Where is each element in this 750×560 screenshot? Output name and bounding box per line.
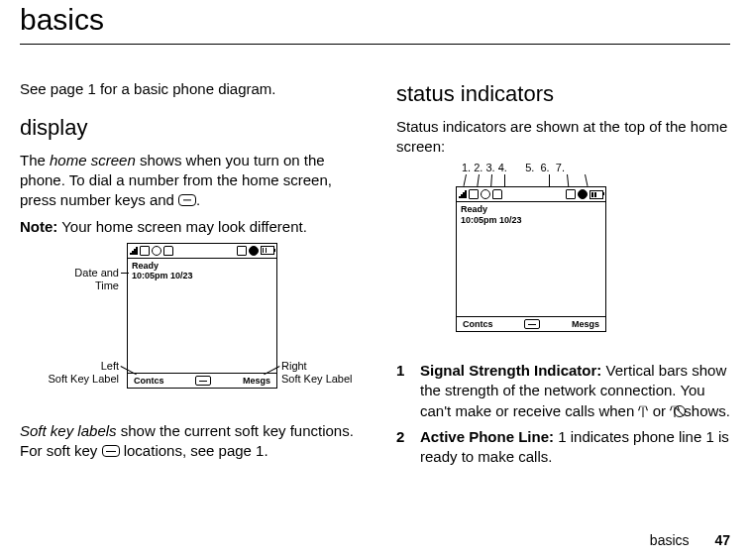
center-key-icon [524, 319, 540, 329]
list-item-2: 2 Active Phone Line: 1 indicates phone l… [396, 427, 733, 468]
screen-text: Ready 10:05pm 10/23 [461, 204, 522, 225]
status-right-icons [566, 189, 603, 199]
note-paragraph: Note: Your home screen may look differen… [20, 217, 357, 237]
screen-text: Ready 10:05pm 10/23 [132, 261, 193, 281]
status-right-icons [237, 246, 274, 256]
status-bar [128, 244, 276, 259]
battery-icon [261, 246, 274, 255]
txt: The [20, 152, 50, 168]
soft-key-bar: Contcs Mesgs [128, 373, 276, 388]
heading-status: status indicators [396, 79, 733, 109]
list-number: 1 [396, 361, 420, 421]
legend-tick [567, 174, 569, 186]
status-icon [140, 246, 150, 256]
status-icon [481, 189, 490, 199]
page-title: basics [20, 0, 104, 41]
screen-ready: Ready [132, 261, 193, 271]
home-screen-term: home screen [50, 152, 136, 168]
display-figure: Ready 10:05pm 10/23 Contcs Mesgs Date an… [20, 243, 357, 411]
status-left-icons [459, 189, 502, 199]
status-intro: Status indicators are shown at the top o… [396, 117, 733, 158]
intro-text: See page 1 for a basic phone diagram. [20, 79, 357, 99]
right-soft-label: Mesgs [572, 318, 599, 330]
page-number: 47 [714, 532, 730, 548]
note-text: Your home screen may look different. [57, 218, 307, 235]
status-icon [578, 189, 588, 199]
display-paragraph: The home screen shows when you turn on t… [20, 151, 357, 211]
page-footer: basics 47 [650, 531, 730, 550]
status-figure: 1. 2. 3. 4. 5. 6. 7. [396, 163, 733, 351]
antenna-no-signal-icon [670, 405, 680, 417]
list-label: Active Phone Line: [420, 428, 554, 445]
soft-key-icon [102, 445, 120, 457]
screen-ready: Ready [461, 204, 522, 214]
legend-tick [464, 174, 467, 186]
status-left-icons [130, 246, 173, 256]
status-bar [457, 187, 605, 202]
annot-right-soft: Right Soft Key Label [281, 360, 371, 385]
heading-display: display [20, 113, 357, 143]
screen-datetime: 10:05pm 10/23 [132, 271, 193, 280]
txt: shows. [680, 402, 730, 419]
left-column: See page 1 for a basic phone diagram. di… [20, 79, 357, 467]
legend-tick [490, 174, 492, 186]
battery-icon [589, 190, 603, 199]
txt: or [648, 402, 670, 419]
txt: Right [281, 360, 307, 372]
footer-section: basics [650, 532, 690, 548]
status-icon [152, 246, 161, 256]
legend-tick [504, 174, 505, 186]
list-body: Signal Strength Indicator: Vertical bars… [420, 361, 733, 421]
status-icon [237, 246, 247, 256]
title-rule [20, 44, 730, 45]
softkey-paragraph: Soft key labels show the current soft ke… [20, 421, 357, 462]
status-icon [163, 246, 173, 256]
status-icon [566, 189, 576, 199]
txt: locations, see page 1. [120, 442, 268, 459]
legend-tick [549, 174, 550, 186]
softkey-term: Soft key labels [20, 422, 117, 439]
status-icon [249, 246, 259, 256]
legend-tick [477, 174, 480, 186]
soft-key-bar: Contcs Mesgs [457, 316, 605, 331]
left-soft-label: Contcs [463, 318, 493, 330]
legend-tick [585, 174, 588, 186]
screen-datetime: 10:05pm 10/23 [461, 215, 522, 225]
list-number: 2 [396, 427, 420, 468]
status-icon [469, 189, 479, 199]
signal-icon [130, 247, 138, 255]
annot-left-soft: Left Soft Key Label [20, 360, 119, 385]
phone-screen: Ready 10:05pm 10/23 Contcs Mesgs [127, 243, 277, 389]
signal-icon [459, 190, 467, 198]
right-soft-label: Mesgs [243, 375, 270, 387]
list-body: Active Phone Line: 1 indicates phone lin… [420, 427, 733, 468]
left-soft-label: Contcs [134, 375, 164, 387]
phone-screen: Ready 10:05pm 10/23 Contcs Mesgs [456, 186, 606, 332]
page-root: basics See page 1 for a basic phone diag… [0, 0, 750, 560]
send-key-icon [178, 194, 196, 206]
txt: Left [101, 360, 119, 372]
txt: Time [95, 280, 119, 291]
center-key-icon [195, 376, 211, 386]
txt: Soft Key Label [281, 373, 353, 385]
right-column: status indicators Status indicators are … [396, 79, 733, 471]
antenna-icon [638, 405, 648, 417]
txt: . [196, 191, 200, 208]
status-icon [492, 189, 502, 199]
annot-datetime: Date and Time [20, 267, 119, 291]
txt: Date and [74, 267, 119, 279]
note-label: Note: [20, 218, 57, 235]
list-item-1: 1 Signal Strength Indicator: Vertical ba… [396, 361, 733, 421]
txt: Soft Key Label [48, 373, 119, 385]
legend-numbers: 1. 2. 3. 4. 5. 6. 7. [462, 161, 565, 175]
list-label: Signal Strength Indicator: [420, 362, 601, 379]
